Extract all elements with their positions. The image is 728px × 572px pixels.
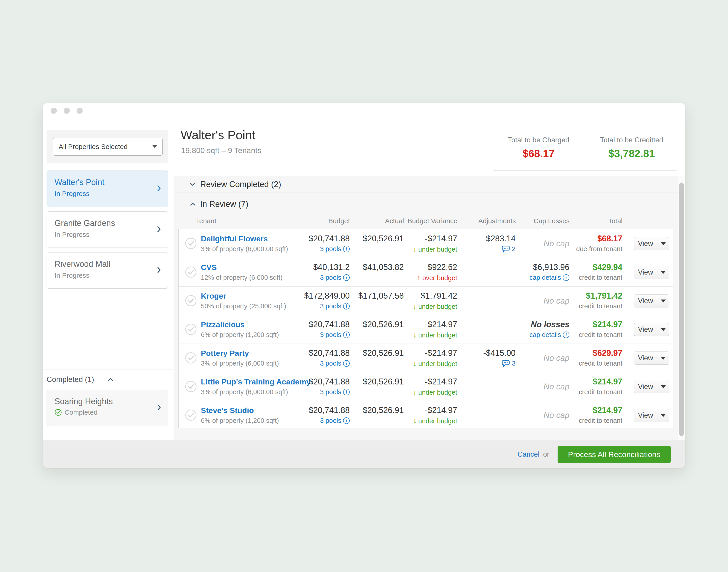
- pools-link[interactable]: 3 pools i: [320, 245, 350, 253]
- variance-value: $1,791.42: [421, 291, 457, 301]
- view-dropdown-toggle[interactable]: [657, 323, 669, 336]
- property-filter-value: All Properties Selected: [59, 143, 152, 151]
- cap-details-label: cap details: [529, 331, 561, 339]
- cap-losses-value: $6,913.96: [533, 263, 570, 272]
- pools-link[interactable]: 3 pools i: [320, 302, 350, 310]
- tenant-detail: 3% of property (6,000.00 sqft): [201, 245, 288, 253]
- variance-note-label: under budget: [418, 389, 457, 396]
- info-icon[interactable]: i: [343, 274, 350, 281]
- actual-value: $20,526.91: [363, 320, 404, 329]
- completed-section-toggle[interactable]: Completed (1): [47, 374, 168, 385]
- view-dropdown-toggle[interactable]: [657, 266, 669, 279]
- view-button[interactable]: View: [634, 266, 657, 279]
- window-control-dot[interactable]: [51, 108, 57, 114]
- tenant-name-link[interactable]: Pizzalicious: [201, 320, 245, 329]
- view-button[interactable]: View: [634, 380, 657, 393]
- sidebar-item-soaring-heights[interactable]: Soaring Heights Completed: [47, 390, 168, 426]
- pools-link[interactable]: 3 pools i: [320, 274, 350, 281]
- caret-down-icon: [661, 271, 666, 274]
- scrollbar-track[interactable]: [678, 176, 685, 440]
- info-icon[interactable]: i: [563, 332, 570, 338]
- column-header-total: Total: [608, 217, 622, 225]
- review-completed-section-toggle[interactable]: Review Completed (2): [174, 176, 685, 193]
- cap-details-link[interactable]: cap details i: [529, 331, 570, 339]
- review-check-icon[interactable]: [185, 237, 197, 250]
- view-split-button[interactable]: View: [634, 409, 669, 422]
- tenant-name-link[interactable]: Delightful Flowers: [201, 234, 268, 243]
- variance-value: -$214.97: [425, 377, 457, 386]
- window-control-dot[interactable]: [77, 108, 83, 114]
- pools-link[interactable]: 3 pools i: [320, 360, 350, 367]
- in-review-section-toggle[interactable]: In Review (7): [174, 199, 248, 209]
- adjustment-comments[interactable]: 2: [502, 245, 516, 253]
- view-split-button[interactable]: View: [634, 237, 669, 250]
- comment-count: 2: [512, 245, 516, 253]
- view-dropdown-toggle[interactable]: [657, 294, 669, 307]
- view-dropdown-toggle[interactable]: [657, 237, 669, 250]
- cancel-button[interactable]: Cancel: [518, 450, 540, 458]
- view-split-button[interactable]: View: [634, 323, 669, 336]
- tenant-detail: 6% of property (1,200 sqft): [201, 417, 279, 424]
- view-split-button[interactable]: View: [634, 352, 669, 365]
- sidebar-item-walters-point[interactable]: Walter's Point In Progress: [47, 170, 168, 207]
- pools-link[interactable]: 3 pools i: [320, 417, 350, 424]
- info-icon[interactable]: i: [343, 389, 350, 395]
- view-split-button[interactable]: View: [634, 294, 669, 307]
- window-control-dot[interactable]: [64, 108, 70, 114]
- view-button[interactable]: View: [634, 294, 657, 307]
- variance-arrow-icon: [413, 388, 417, 397]
- cap-details-link[interactable]: cap details i: [529, 274, 570, 281]
- property-filter-panel: All Properties Selected: [47, 130, 168, 163]
- sidebar-item-granite-gardens[interactable]: Granite Gardens In Progress: [47, 211, 168, 248]
- column-header-cap-losses: Cap Losses: [534, 217, 570, 225]
- view-dropdown-toggle[interactable]: [657, 352, 669, 364]
- view-button[interactable]: View: [634, 352, 657, 364]
- info-icon[interactable]: i: [343, 246, 350, 252]
- property-filter-select[interactable]: All Properties Selected: [53, 138, 163, 155]
- variance-note: under budget: [413, 360, 457, 368]
- view-button[interactable]: View: [634, 237, 657, 250]
- variance-arrow-icon: [417, 274, 420, 282]
- adjustment-value: $283.14: [486, 234, 516, 243]
- actual-value: $171,057.58: [358, 291, 404, 301]
- adjustment-comments[interactable]: 3: [502, 360, 516, 367]
- tenant-name-link[interactable]: CVS: [201, 263, 217, 272]
- actual-value: $41,053.82: [363, 263, 404, 272]
- page-subtitle: 19,800 sqft – 9 Tenants: [181, 146, 261, 155]
- view-split-button[interactable]: View: [634, 380, 669, 393]
- view-dropdown-toggle[interactable]: [657, 409, 669, 422]
- info-icon[interactable]: i: [343, 303, 350, 309]
- caret-down-icon: [661, 242, 666, 245]
- process-all-reconciliations-button[interactable]: Process All Reconciliations: [557, 446, 671, 463]
- view-dropdown-toggle[interactable]: [657, 380, 669, 393]
- total-note: credit to tenant: [579, 360, 622, 367]
- review-check-icon[interactable]: [185, 295, 197, 307]
- total-credited-value: $3,782.81: [608, 147, 655, 160]
- review-check-icon[interactable]: [185, 409, 197, 422]
- info-icon[interactable]: i: [343, 332, 350, 338]
- review-check-icon[interactable]: [185, 380, 197, 393]
- tenant-name-link[interactable]: Steve's Studio: [201, 406, 254, 415]
- view-button[interactable]: View: [634, 323, 657, 336]
- review-check-icon[interactable]: [185, 324, 197, 336]
- scrollbar-thumb[interactable]: [679, 183, 684, 436]
- variance-value: -$214.97: [425, 348, 457, 358]
- chevron-right-icon: [157, 404, 161, 412]
- total-note: due from tenant: [576, 245, 622, 253]
- pools-link[interactable]: 3 pools i: [320, 331, 350, 339]
- review-check-icon[interactable]: [185, 266, 197, 279]
- review-check-icon[interactable]: [185, 352, 197, 365]
- info-icon[interactable]: i: [343, 360, 350, 367]
- cap-losses-value: No cap: [543, 239, 570, 248]
- pools-link[interactable]: 3 pools i: [320, 388, 350, 396]
- column-header-adjustments: Adjustments: [478, 217, 516, 225]
- view-button[interactable]: View: [634, 409, 657, 422]
- completed-section-label: Completed (1): [47, 375, 108, 384]
- view-split-button[interactable]: View: [634, 266, 669, 279]
- tenant-name-link[interactable]: Kroger: [201, 292, 226, 300]
- info-icon[interactable]: i: [563, 274, 570, 281]
- sidebar-item-riverwood-mall[interactable]: Riverwood Mall In Progress: [47, 252, 168, 289]
- tenant-name-link[interactable]: Pottery Party: [201, 349, 249, 358]
- tenant-name-link[interactable]: Little Pup's Training Academy: [201, 377, 311, 386]
- info-icon[interactable]: i: [343, 417, 350, 424]
